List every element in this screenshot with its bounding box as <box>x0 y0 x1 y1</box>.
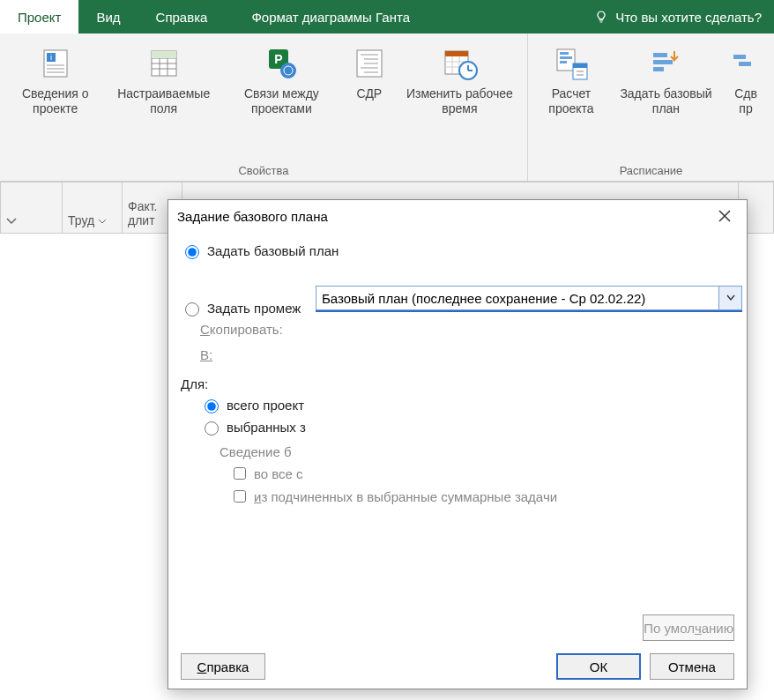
svg-text:i: i <box>50 53 52 62</box>
svg-rect-33 <box>560 56 572 59</box>
custom-fields-label: Настраиваемые поля <box>114 86 213 116</box>
checkbox-all-summary-label: во все с <box>254 466 303 481</box>
calendar-clock-icon <box>440 44 479 83</box>
change-working-time-button[interactable]: Изменить рабочее время <box>396 41 524 162</box>
calculate-project-label: Расчет проекта <box>537 86 606 116</box>
checkbox-all-summary[interactable]: во все с <box>230 465 734 482</box>
tab-view[interactable]: Вид <box>78 0 138 34</box>
svg-rect-42 <box>733 55 746 59</box>
info-sheet-icon: i <box>36 44 75 83</box>
cancel-button[interactable]: Отмена <box>650 653 734 680</box>
dialog-titlebar: Задание базового плана <box>168 200 747 232</box>
svg-rect-23 <box>445 51 468 56</box>
move-project-button[interactable]: Сдв пр <box>721 41 770 162</box>
wbs-button[interactable]: СДР <box>345 41 394 162</box>
radio-selected-tasks-label: выбранных з <box>227 420 306 435</box>
tab-gantt-format[interactable]: Формат диаграммы Ганта <box>225 0 436 34</box>
col-header-work[interactable]: Труд <box>63 182 123 234</box>
project-info-button[interactable]: i Сведения о проекте <box>4 41 107 162</box>
project-info-label: Сведения о проекте <box>9 86 101 116</box>
col-header-blank[interactable] <box>1 182 63 234</box>
baseline-dropdown-list[interactable] <box>316 310 742 312</box>
checkbox-from-subtasks-label: из подчиненных в выбранные суммарные зад… <box>254 489 557 504</box>
defaults-button: По умолчанию <box>643 614 734 641</box>
dropdown-arrow-icon <box>6 218 17 225</box>
links-between-label: Связи между проектами <box>226 86 338 116</box>
dialog-title: Задание базового плана <box>177 209 711 224</box>
radio-set-baseline-label: Задать базовый план <box>207 243 339 258</box>
project-link-icon: P <box>262 44 301 83</box>
svg-rect-43 <box>739 62 751 66</box>
lightbulb-icon <box>594 10 608 24</box>
tab-project[interactable]: Проект <box>0 0 78 34</box>
radio-selected-tasks[interactable]: выбранных з <box>200 419 734 436</box>
svg-text:P: P <box>275 52 283 66</box>
combobox-arrow-button[interactable] <box>718 287 741 309</box>
wbs-label: СДР <box>357 86 383 101</box>
radio-whole-project-label: всего проект <box>227 398 304 413</box>
move-project-label: Сдв пр <box>726 86 765 116</box>
checkbox-all-summary-input[interactable] <box>234 467 246 480</box>
radio-whole-project-input[interactable] <box>205 399 219 413</box>
ribbon: i Сведения о проекте Настраиваемые поля … <box>0 34 774 182</box>
change-working-time-label: Изменить рабочее время <box>401 86 518 116</box>
group-schedule-label: Расписание <box>532 162 770 181</box>
baseline-icon <box>646 44 685 83</box>
dialog-close-button[interactable] <box>711 203 738 229</box>
ribbon-tabs: Проект Вид Справка Формат диаграммы Гант… <box>0 0 774 34</box>
chevron-down-icon <box>726 294 735 302</box>
set-baseline-button[interactable]: Задать базовый план <box>613 41 719 162</box>
move-icon <box>726 44 765 83</box>
help-button[interactable]: Справка <box>181 653 265 680</box>
custom-fields-button[interactable]: Настраиваемые поля <box>108 41 219 162</box>
svg-rect-34 <box>560 61 567 63</box>
into-label: В: <box>200 347 734 362</box>
radio-set-baseline-input[interactable] <box>185 245 199 259</box>
group-properties-label: Свойства <box>4 162 524 181</box>
svg-rect-12 <box>152 51 176 58</box>
for-label: Для: <box>181 376 734 391</box>
svg-rect-36 <box>573 63 587 68</box>
radio-whole-project[interactable]: всего проект <box>200 397 734 413</box>
svg-rect-32 <box>560 52 569 55</box>
checkbox-from-subtasks-input[interactable] <box>234 490 246 503</box>
rollup-label: Сведение б <box>220 444 734 459</box>
checkbox-from-subtasks[interactable]: из подчиненных в выбранные суммарные зад… <box>230 488 734 505</box>
tab-help[interactable]: Справка <box>138 0 226 34</box>
links-between-button[interactable]: P Связи между проектами <box>220 41 343 162</box>
radio-set-interim-label: Задать промеж <box>207 301 301 316</box>
outline-icon <box>350 44 389 83</box>
svg-rect-39 <box>653 53 667 57</box>
calculate-project-button[interactable]: Расчет проекта <box>532 41 611 162</box>
radio-set-baseline[interactable]: Задать базовый план <box>181 242 734 259</box>
set-baseline-label: Задать базовый план <box>618 86 714 116</box>
tell-me-label: Что вы хотите сделать? <box>615 10 762 25</box>
svg-rect-41 <box>653 67 664 71</box>
svg-point-15 <box>280 63 296 78</box>
copy-label: Скопировать: <box>200 322 734 337</box>
gantt-calc-icon <box>552 44 591 83</box>
baseline-combobox[interactable]: Базовый план (последнее сохранение - Ср … <box>316 286 742 310</box>
svg-rect-40 <box>653 60 673 64</box>
ok-button[interactable]: ОК <box>556 653 641 680</box>
close-icon <box>718 210 731 222</box>
tell-me-search[interactable]: Что вы хотите сделать? <box>582 0 774 34</box>
table-icon <box>145 44 183 83</box>
radio-set-interim-input[interactable] <box>185 302 199 316</box>
radio-selected-tasks-input[interactable] <box>205 421 219 436</box>
baseline-combobox-value: Базовый план (последнее сохранение - Ср … <box>316 291 718 306</box>
set-baseline-dialog: Задание базового плана Задать базовый пл… <box>167 199 748 689</box>
